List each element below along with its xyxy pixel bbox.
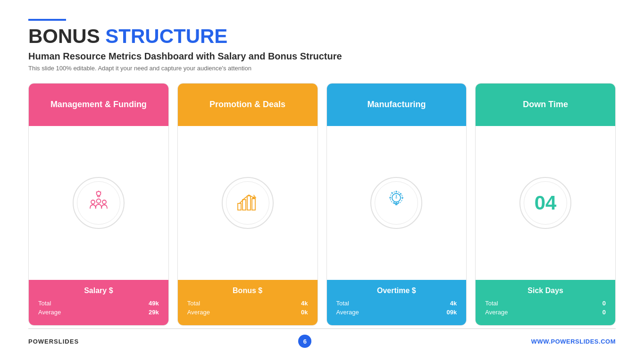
gear-lightbulb-icon: [384, 188, 409, 218]
page-number: 6: [298, 335, 311, 348]
header-accent: [28, 19, 66, 21]
card-manufacturing-footer: Overtime $ Total 4k Average 09k: [327, 280, 467, 325]
svg-point-5: [96, 199, 100, 203]
stat-row-average: Average 0k: [187, 309, 308, 316]
card-management: Management & Funding: [28, 83, 169, 326]
card-management-icon-area: [29, 126, 168, 280]
card-manufacturing: Manufacturing: [326, 83, 467, 326]
downtime-number: 04: [535, 192, 557, 214]
title-blue: STRUCTURE: [105, 25, 227, 47]
svg-rect-7: [238, 203, 241, 210]
svg-point-23: [395, 197, 397, 199]
description: This slide 100% editable. Adapt it your …: [28, 65, 616, 72]
svg-rect-16: [396, 191, 397, 193]
svg-line-2: [96, 192, 97, 193]
card-downtime-header: Down Time: [476, 84, 615, 126]
svg-rect-20: [391, 192, 393, 194]
card-promotion-footer: Bonus $ Total 4k Average 0k: [178, 280, 318, 325]
slide-footer: POWERSLIDES 6 WWW.POWERSLIDES.COM: [28, 328, 616, 348]
card-downtime: Down Time 04 Sick Days Total 0 Average 0: [475, 83, 616, 326]
card-downtime-circle: 04: [519, 177, 571, 229]
stat-row-total: Total 0: [485, 300, 606, 307]
svg-rect-18: [389, 197, 391, 198]
card-management-footer: Salary $ Total 49k Average 29k: [29, 280, 168, 325]
svg-line-3: [100, 192, 101, 193]
stat-row-average: Average 0: [485, 309, 606, 316]
card-downtime-footer: Sick Days Total 0 Average 0: [476, 280, 615, 325]
svg-point-6: [102, 200, 106, 204]
card-promotion-header: Promotion & Deals: [178, 84, 318, 126]
card-manufacturing-icon-area: [327, 126, 467, 280]
stat-row-average: Average 29k: [38, 309, 159, 316]
stat-row-total: Total 4k: [187, 300, 308, 307]
chart-icon: [236, 190, 259, 216]
slide-container: BONUS STRUCTURE Human Resource Metrics D…: [0, 0, 644, 362]
footer-brand: POWERSLIDES: [28, 338, 79, 345]
svg-rect-19: [401, 197, 403, 198]
footer-url: WWW.POWERSLIDES.COM: [531, 338, 616, 345]
main-title: BONUS STRUCTURE: [28, 25, 616, 47]
stat-row-total: Total 49k: [38, 300, 159, 307]
card-manufacturing-circle: [370, 177, 422, 229]
stat-row-total: Total 4k: [336, 300, 457, 307]
svg-rect-9: [247, 196, 251, 210]
stat-row-average: Average 09k: [336, 309, 457, 316]
svg-point-0: [96, 191, 100, 195]
subtitle: Human Resource Metrics Dashboard with Sa…: [28, 51, 616, 62]
svg-point-4: [91, 200, 95, 204]
card-management-circle: [73, 177, 125, 229]
card-promotion: Promotion & Deals: [177, 83, 318, 326]
svg-rect-17: [396, 202, 397, 204]
card-promotion-icon-area: [178, 126, 318, 280]
svg-rect-10: [252, 199, 255, 210]
title-black: BONUS: [28, 25, 100, 47]
people-icon: [86, 189, 111, 218]
card-management-header: Management & Funding: [29, 84, 168, 126]
card-downtime-icon-area: 04: [476, 126, 615, 280]
card-promotion-circle: [222, 177, 274, 229]
cards-grid: Management & Funding: [28, 83, 616, 326]
card-manufacturing-header: Manufacturing: [327, 84, 467, 126]
svg-rect-8: [243, 200, 246, 210]
